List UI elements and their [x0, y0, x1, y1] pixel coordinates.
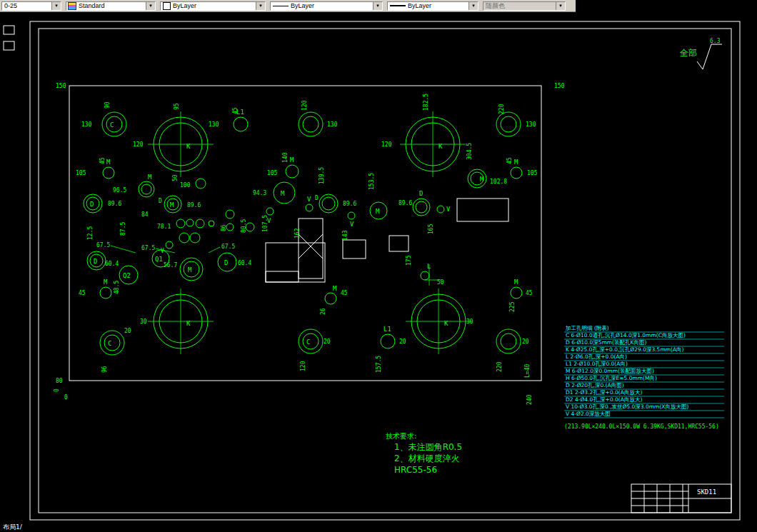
dimension-text: 26 — [320, 308, 326, 315]
hole-circle — [299, 112, 323, 136]
dimension-text: 105 — [76, 170, 86, 176]
hole-label: L1 — [383, 326, 391, 333]
white-outline — [39, 29, 731, 513]
hole-label: M — [188, 266, 192, 273]
dimension-text: 67.5 — [221, 244, 235, 250]
chevron-down-icon[interactable]: ▼ — [373, 2, 382, 10]
hole-label: K — [444, 320, 448, 327]
hole-label: K — [438, 143, 443, 150]
dimension-text: 67.5 — [96, 242, 110, 249]
dimension-text: 120 — [301, 100, 308, 111]
dimension-text: 105 — [527, 170, 538, 176]
dimension-text: 100 — [180, 182, 191, 189]
chevron-down-icon[interactable]: ▼ — [256, 2, 265, 10]
chevron-down-icon[interactable]: ▼ — [146, 2, 155, 10]
combo-label: 0-25 — [2, 2, 51, 9]
chevron-down-icon[interactable]: ▼ — [556, 2, 565, 10]
layers-icon — [68, 2, 76, 10]
dimension-text: 150 — [554, 83, 565, 89]
dimension-text: 84 — [141, 211, 149, 218]
linetype-dropdown[interactable]: ByLayer▼ — [270, 1, 383, 11]
hole-circle: L1 — [381, 326, 395, 348]
hole-circle: M — [325, 285, 337, 304]
dimension-text: 78.1 — [157, 224, 171, 230]
drawing-canvas[interactable]: CKL1KMMMMMMDMMVVVDVDQ2Q1MDMMLMKCCL1K1501… — [0, 12, 757, 523]
dimension-text: 89.6 — [187, 202, 201, 209]
combo-label: ByLayer — [171, 2, 256, 9]
dimension-text: 107.5 — [262, 215, 269, 232]
dimension-text: 45 — [232, 107, 239, 114]
dimension-text: 45 — [526, 290, 533, 296]
dimension-line — [111, 246, 136, 253]
legend-row: M 6-Ø12.0深0.0mm(装配面放大图) — [566, 368, 654, 374]
dimension-line — [156, 249, 175, 253]
dimension-text: D — [159, 198, 162, 204]
dimension-text: 130 — [209, 121, 219, 128]
hole-label: M — [148, 174, 152, 181]
hole-circle: D — [413, 190, 430, 216]
white-outline — [266, 243, 325, 282]
dimension-text: 90 — [104, 101, 111, 109]
plotstyle-dropdown[interactable]: 随颜色▼ — [483, 1, 566, 11]
dimension-text: 60.4 — [238, 260, 251, 266]
dimension-text: 20 — [399, 338, 406, 345]
chevron-down-icon[interactable]: ▼ — [468, 2, 478, 10]
dimension-text: 50 — [437, 279, 444, 286]
style-dropdown[interactable]: Standard▼ — [66, 1, 156, 11]
dimension-text: 12.5 — [87, 226, 94, 240]
dimension-text: 220 — [496, 361, 503, 372]
chevron-down-icon[interactable]: ▼ — [51, 2, 61, 10]
legend-footer: (213.90L×240.0L×150.0W 6.39KG,SKD11,HRC5… — [564, 423, 719, 430]
hole-label: M — [281, 190, 285, 197]
hole-circle — [496, 329, 521, 353]
dimension-text: 50 — [172, 174, 179, 181]
dimension-text: 120 — [133, 141, 144, 148]
dimension-text: 175 — [406, 255, 412, 266]
hole-circle — [176, 219, 185, 228]
dimension-text: 56.7 — [164, 262, 177, 268]
dimension-text: 80 — [56, 378, 63, 384]
finish-value: 6.3 — [710, 38, 721, 44]
legend-row: D 2-Ø20孔,深0.(A向图) — [566, 382, 624, 388]
dimension-text: 94.3 — [253, 190, 266, 196]
dimension-text: 96 — [101, 366, 108, 373]
part-number: SKD11 — [697, 488, 716, 496]
hole-label: Q1 — [155, 256, 163, 263]
combo-label: ByLayer — [406, 2, 468, 9]
dimension-text: 86 — [221, 224, 227, 231]
hole-circle — [166, 241, 173, 249]
hole-label: K — [186, 143, 191, 150]
dimension-text: 143 — [342, 230, 349, 241]
dimension-text: 45 — [506, 157, 513, 164]
legend-row: L 2-Ø6.0孔,深+0.0(A向) — [566, 353, 627, 360]
hole-label: K — [186, 320, 191, 327]
color-dropdown[interactable]: ByLayer▼ — [160, 1, 266, 11]
lineweight-dropdown[interactable]: ByLayer▼ — [387, 1, 478, 11]
hole-circle: M — [468, 169, 486, 188]
legend-row: V 10-Ø3.0孔,深0.,攻丝Ø5.0深3.0mm(X向放大图) — [566, 403, 688, 410]
dimension-text: 139.5 — [319, 167, 325, 184]
white-outline — [389, 236, 408, 251]
dimension-text: 45 — [99, 157, 106, 164]
dimension-text: 60.4 — [105, 261, 119, 267]
thickline-icon — [390, 5, 406, 6]
hole-circle: C — [299, 329, 323, 353]
tech-notes-line: 1、未注圆角R0.5 — [394, 442, 462, 452]
hole-circle — [226, 224, 234, 231]
hole-label: M — [106, 159, 111, 166]
legend-row: V 4-Ø2.0深放大图 — [566, 411, 611, 417]
dimension-text: 150 — [56, 83, 66, 89]
dimension-text: 182.5 — [423, 94, 429, 111]
hole-circle — [196, 219, 204, 228]
swatch-icon — [163, 2, 171, 10]
dimension-text: 153.5 — [369, 173, 375, 190]
dimension-text: 45 — [79, 290, 86, 296]
line-icon — [273, 6, 289, 6]
hole-circle — [179, 233, 189, 243]
hole-circle: M — [164, 196, 181, 213]
dimension-text: 30 — [140, 318, 147, 325]
legend-row: D 6-Ø10.0深5mm(装配孔K向图) — [566, 339, 646, 346]
hole-label: V — [307, 196, 311, 203]
dimension-text: 220 — [498, 104, 505, 114]
layer-dropdown[interactable]: 0-25▼ — [1, 1, 61, 11]
